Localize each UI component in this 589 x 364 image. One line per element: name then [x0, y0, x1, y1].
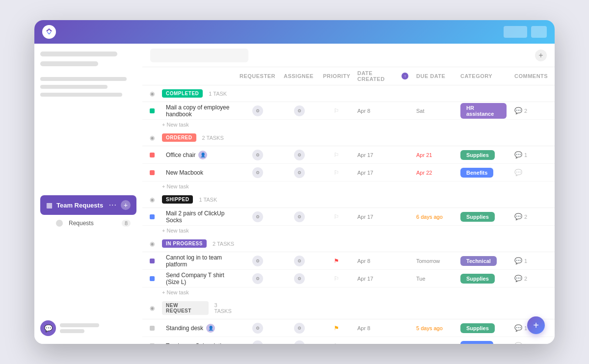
comment-icon: 💬	[514, 324, 522, 332]
task-row[interactable]: Send Company T shirt (Size L) ⚙ ⚙ ⚐ Apr …	[142, 270, 555, 287]
section-header-in-progress[interactable]: ◉ IN PROGRESS 2 TASKS	[142, 235, 555, 252]
new-task-button[interactable]: + New task	[142, 226, 555, 235]
task-checkbox[interactable]	[142, 276, 162, 281]
sidebar-item-requests[interactable]: Requests 8	[40, 217, 136, 230]
task-row[interactable]: Mail 2 pairs of ClickUp Socks ⚙ ⚙ ⚐ Apr …	[142, 208, 555, 226]
category-tag: Supplies	[460, 323, 495, 333]
priority-flag-icon: ⚐	[334, 275, 339, 282]
priority-flag-icon: ⚐	[334, 213, 339, 220]
task-row[interactable]: Mail a copy of employee handbook ⚙ ⚙ ⚐ A…	[142, 102, 555, 120]
due-date-cell: Tue	[412, 276, 456, 282]
task-name-cell: Mail 2 pairs of ClickUp Socks	[162, 210, 236, 224]
requester-cell: ⚙	[236, 105, 280, 116]
more-options-icon[interactable]: ···	[109, 201, 117, 209]
task-name[interactable]: Treehouse Subscription	[166, 342, 228, 344]
category-cell: Supplies	[456, 212, 510, 222]
task-row[interactable]: Office chair 👤 ⚙ ⚙ ⚐ Apr 17 Apr 21 Suppl…	[142, 146, 555, 164]
task-name-cell: Standing desk 👤	[162, 324, 236, 333]
comment-count: 2	[524, 276, 527, 282]
due-date-cell: 5 days ago	[412, 325, 456, 331]
priority-cell: ⚐	[319, 169, 353, 176]
col-requester: REQUESTER	[236, 70, 280, 82]
task-row[interactable]: Standing desk 👤 ⚙ ⚙ ⚑ Apr 8 5 days ago S…	[142, 319, 555, 337]
task-name[interactable]: Standing desk	[166, 325, 203, 332]
assignee-cell: ⚙	[280, 167, 319, 178]
task-checkbox[interactable]	[142, 214, 162, 219]
new-task-button[interactable]: + New task	[142, 182, 555, 191]
task-name[interactable]: Mail a copy of employee handbook	[166, 104, 232, 118]
section-count-in-progress: 2 TASKS	[213, 241, 234, 247]
task-checkbox[interactable]	[142, 108, 162, 113]
status-badge-completed: COMPLETED	[162, 89, 203, 98]
task-name[interactable]: Mail 2 pairs of ClickUp Socks	[166, 210, 232, 224]
assignee-avatar: ⚙	[294, 256, 305, 266]
col-due-date: DUE DATE	[412, 70, 456, 82]
date-created-cell: Apr 8	[353, 258, 412, 264]
add-icon[interactable]: +	[121, 200, 131, 210]
search-bar[interactable]	[150, 49, 248, 62]
sort-icon: ↑	[402, 73, 408, 79]
section-toggle-shipped[interactable]: ◉	[142, 196, 162, 203]
task-checkbox[interactable]	[142, 153, 162, 157]
topbar-btn1[interactable]	[504, 26, 527, 38]
priority-cell: ⚑	[319, 258, 353, 264]
category-tag: Supplies	[460, 274, 495, 284]
section-header-completed[interactable]: ◉ COMPLETED 1 TASK	[142, 85, 555, 102]
team-requests-label: Team Requests	[56, 202, 105, 209]
section-toggle-in-progress[interactable]: ◉	[142, 240, 162, 247]
col-category: CATEGORY	[456, 70, 510, 82]
task-name[interactable]: Cannot log in to team platform	[166, 254, 232, 268]
add-column-button[interactable]: +	[535, 50, 547, 61]
sidebar-line-2	[40, 61, 98, 66]
requests-count-badge: 8	[122, 220, 131, 227]
requester-avatar: ⚙	[252, 105, 263, 116]
task-checkbox[interactable]	[142, 326, 162, 331]
requester-avatar: ⚙	[252, 340, 263, 344]
section-toggle-ordered[interactable]: ◉	[142, 134, 162, 141]
task-status-dot	[150, 153, 155, 157]
chat-icon[interactable]: 💬	[40, 320, 56, 336]
task-name-cell: Mail a copy of employee handbook	[162, 104, 236, 118]
task-checkbox[interactable]	[142, 259, 162, 263]
task-name[interactable]: Office chair	[166, 152, 195, 158]
sidebar-item-team-requests[interactable]: ▦ Team Requests ··· +	[40, 195, 136, 215]
assignee-cell: ⚙	[280, 211, 319, 222]
task-name[interactable]: New Macbook	[166, 169, 203, 176]
comments-cell: 💬	[510, 342, 555, 344]
section-header-ordered[interactable]: ◉ ORDERED 2 TASKS	[142, 130, 555, 146]
assignee-avatar: ⚙	[294, 150, 305, 160]
category-tag: Benefits	[460, 341, 493, 344]
comment-count: 2	[524, 214, 527, 220]
comment-icon: 💬	[514, 342, 522, 344]
priority-flag-icon: ⚐	[334, 342, 339, 344]
section-toggle-new-request[interactable]: ◉	[142, 305, 162, 312]
fab-button[interactable]: +	[527, 316, 545, 334]
requester-avatar: ⚙	[252, 323, 263, 334]
sections-container: ◉ COMPLETED 1 TASK Mail a copy of employ…	[142, 85, 555, 344]
new-task-button[interactable]: + New task	[142, 287, 555, 297]
main-area: ▦ Team Requests ··· + Requests 8 💬	[34, 44, 555, 344]
section-header-new-request[interactable]: ◉ NEW REQUEST 3 TASKS	[142, 297, 555, 319]
category-cell: HR assistance	[456, 103, 510, 119]
requester-avatar: ⚙	[252, 211, 263, 222]
category-tag: Technical	[460, 256, 497, 266]
requester-avatar: ⚙	[252, 256, 263, 266]
due-date-cell: Sat	[412, 108, 456, 114]
category-cell: Supplies	[456, 323, 510, 333]
category-cell: Benefits	[456, 341, 510, 344]
comment-icon: 💬	[514, 151, 522, 158]
task-row[interactable]: New Macbook ⚙ ⚙ ⚐ Apr 17 Apr 22 Benefits…	[142, 164, 555, 182]
task-row[interactable]: Cannot log in to team platform ⚙ ⚙ ⚑ Apr…	[142, 252, 555, 270]
section-toggle-completed[interactable]: ◉	[142, 90, 162, 97]
task-row[interactable]: Treehouse Subscription ⚙ ⚙ ⚐ Apr 17 Tomo…	[142, 337, 555, 344]
task-status-dot	[150, 259, 155, 263]
date-created-cell: Apr 8	[353, 325, 412, 331]
category-tag: Benefits	[460, 168, 493, 178]
section-header-shipped[interactable]: ◉ SHIPPED 1 TASK	[142, 191, 555, 208]
task-checkbox[interactable]	[142, 343, 162, 344]
task-name[interactable]: Send Company T shirt (Size L)	[166, 272, 232, 286]
new-task-button[interactable]: + New task	[142, 120, 555, 130]
assignee-avatar: ⚙	[294, 340, 305, 344]
task-checkbox[interactable]	[142, 170, 162, 175]
topbar-btn2[interactable]	[531, 26, 547, 38]
